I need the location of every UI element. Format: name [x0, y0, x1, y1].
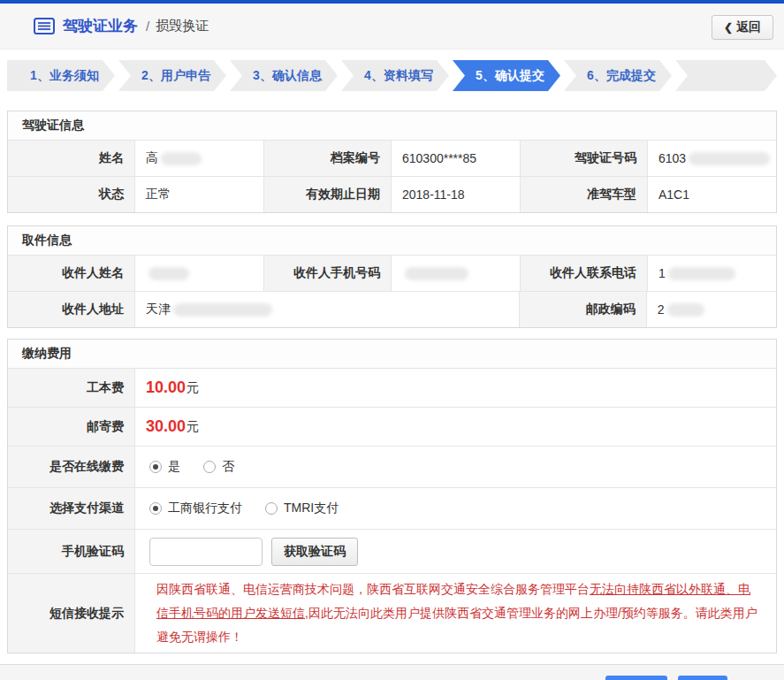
production-fee-row: 工本费 10.00 元	[8, 368, 776, 407]
field-value-postage-fee: 30.00 元	[135, 408, 776, 446]
field-label-sms-code: 手机验证码	[8, 530, 135, 573]
fee-amount: 30.00	[146, 417, 186, 436]
field-value-postal-code: 2	[647, 292, 776, 327]
step-item-4[interactable]: 4、资料填写	[341, 60, 449, 91]
table-row: 状态 正常 有效期止日期 2018-11-18 准驾车型 A1C1	[8, 176, 776, 212]
back-button[interactable]: ❮ 返回	[712, 15, 773, 40]
field-label-recipient-phone: 收件人联系电话	[521, 256, 648, 291]
step-item-6[interactable]: 6、完成提交	[564, 60, 672, 91]
field-label-license-number: 驾驶证号码	[521, 141, 648, 176]
field-label-production-fee: 工本费	[8, 369, 135, 407]
step-label: 1、业务须知	[30, 68, 99, 84]
section-title: 缴纳费用	[8, 340, 776, 368]
previous-step-button[interactable]: 上一步	[605, 676, 667, 680]
footer-action-bar: 上一步 完成	[0, 664, 784, 680]
step-item-5[interactable]: 5、确认提交	[453, 60, 560, 91]
radio-online-payment-yes[interactable]	[149, 461, 162, 473]
radio-label: TMRI支付	[284, 500, 339, 516]
section-pickup-info: 取件信息 收件人姓名 收件人手机号码 收件人联系电话 1 收件人地址 天津 邮政…	[7, 225, 777, 328]
section-title: 驾驶证信息	[8, 111, 776, 140]
step-item-2[interactable]: 2、用户申告	[118, 60, 226, 91]
redacted-value	[668, 267, 735, 280]
field-label-recipient-mobile: 收件人手机号码	[264, 256, 392, 291]
redacted-value	[161, 152, 202, 165]
field-value-vehicle-class: A1C1	[648, 177, 776, 212]
step-item-3[interactable]: 3、确认信息	[230, 60, 338, 91]
step-label: 4、资料填写	[364, 68, 433, 84]
online-payment-row: 是否在线缴费 是 否	[8, 446, 776, 487]
page-title: 驾驶证业务	[63, 16, 138, 36]
redacted-value	[173, 303, 272, 317]
online-payment-options: 是 否	[135, 447, 776, 487]
notice-paragraph: 因陕西省联通、电信运营商技术问题，陕西省互联网交通安全综合服务管理平台无法向持陕…	[146, 574, 776, 653]
field-value-expiry-date: 2018-11-18	[392, 177, 521, 212]
field-label-online-payment: 是否在线缴费	[8, 447, 135, 487]
field-label-payment-channel: 选择支付渠道	[8, 488, 135, 529]
radio-channel-tmri[interactable]	[265, 502, 278, 515]
breadcrumb-subtitle: 损毁换证	[156, 18, 209, 34]
field-value-recipient-name	[135, 256, 264, 291]
steps-bar-tail	[675, 60, 777, 91]
sms-notice-row: 短信接收提示 因陕西省联通、电信运营商技术问题，陕西省互联网交通安全综合服务管理…	[8, 573, 776, 653]
section-payment-fees: 缴纳费用 工本费 10.00 元 邮寄费 30.00 元 是否在线缴费 是 否 …	[7, 339, 777, 653]
field-value-status: 正常	[135, 177, 264, 212]
table-row: 收件人地址 天津 邮政编码 2	[8, 291, 776, 327]
redacted-value	[689, 152, 770, 165]
field-value-recipient-mobile	[392, 256, 521, 291]
field-label-postal-code: 邮政编码	[520, 292, 647, 327]
license-business-icon	[34, 18, 55, 34]
field-label-status: 状态	[8, 177, 135, 212]
field-label-recipient-name: 收件人姓名	[8, 256, 135, 291]
field-label-vehicle-class: 准驾车型	[521, 177, 648, 212]
step-label: 2、用户申告	[141, 68, 210, 84]
fee-unit: 元	[186, 419, 199, 435]
field-value-recipient-address: 天津	[135, 292, 520, 327]
radio-label: 是	[168, 459, 180, 475]
payment-channel-row: 选择支付渠道 工商银行支付 TMRI支付	[8, 487, 776, 529]
finish-button[interactable]: 完成	[678, 676, 727, 680]
field-label-recipient-address: 收件人地址	[8, 292, 135, 327]
field-value-recipient-phone: 1	[648, 256, 776, 291]
table-row: 姓名 高 档案编号 610300****85 驾驶证号码 6103	[8, 140, 776, 176]
redacted-value	[405, 267, 468, 280]
field-value-file-number: 610300****85	[392, 141, 521, 176]
payment-channel-options: 工商银行支付 TMRI支付	[135, 488, 776, 529]
field-label-postage-fee: 邮寄费	[8, 408, 135, 446]
field-label-expiry-date: 有效期止日期	[264, 177, 392, 212]
radio-label: 工商银行支付	[168, 500, 242, 516]
back-button-label: 返回	[736, 19, 761, 35]
radio-channel-icbc[interactable]	[149, 502, 162, 515]
radio-online-payment-no[interactable]	[203, 461, 216, 473]
field-value-production-fee: 10.00 元	[135, 369, 776, 407]
step-label: 5、确认提交	[476, 68, 544, 84]
radio-label: 否	[222, 459, 234, 475]
redacted-value	[667, 303, 704, 317]
step-item-1[interactable]: 1、业务须知	[7, 60, 115, 91]
table-row: 收件人姓名 收件人手机号码 收件人联系电话 1	[8, 255, 776, 291]
postage-fee-row: 邮寄费 30.00 元	[8, 407, 776, 446]
fee-unit: 元	[186, 380, 199, 396]
field-label-sms-notice: 短信接收提示	[8, 574, 135, 653]
step-label: 3、确认信息	[253, 68, 322, 84]
app-header: 驾驶证业务 / 损毁换证 ❮ 返回	[0, 4, 784, 50]
sms-code-input[interactable]	[149, 538, 263, 566]
fee-amount: 10.00	[146, 378, 186, 397]
back-chevron-icon: ❮	[724, 21, 733, 34]
sms-notice-text: 因陕西省联通、电信运营商技术问题，陕西省互联网交通安全综合服务管理平台无法向持陕…	[135, 574, 776, 653]
field-label-name: 姓名	[8, 141, 135, 176]
get-sms-code-button[interactable]: 获取验证码	[271, 538, 358, 566]
steps-bar: 1、业务须知 2、用户申告 3、确认信息 4、资料填写 5、确认提交 6、完成提…	[7, 60, 777, 91]
breadcrumb-separator: /	[146, 19, 149, 34]
field-value-license-number: 6103	[648, 141, 776, 176]
sms-code-row: 手机验证码 获取验证码	[8, 529, 776, 573]
section-title: 取件信息	[8, 226, 776, 255]
sms-code-controls: 获取验证码	[135, 530, 776, 573]
section-license-info: 驾驶证信息 姓名 高 档案编号 610300****85 驾驶证号码 6103 …	[7, 111, 777, 213]
step-label: 6、完成提交	[587, 68, 656, 84]
redacted-value	[148, 267, 189, 280]
field-value-name: 高	[135, 141, 264, 176]
field-label-file-number: 档案编号	[264, 141, 392, 176]
